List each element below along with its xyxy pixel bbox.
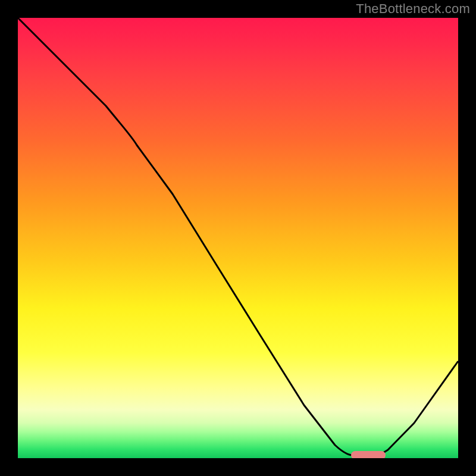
chart-frame: TheBottleneck.com — [0, 0, 476, 476]
bottleneck-curve-svg — [18, 18, 458, 458]
plot-area — [18, 18, 458, 458]
watermark-text: TheBottleneck.com — [356, 1, 470, 17]
target-marker — [351, 451, 386, 458]
bottleneck-curve-path — [18, 18, 458, 455]
